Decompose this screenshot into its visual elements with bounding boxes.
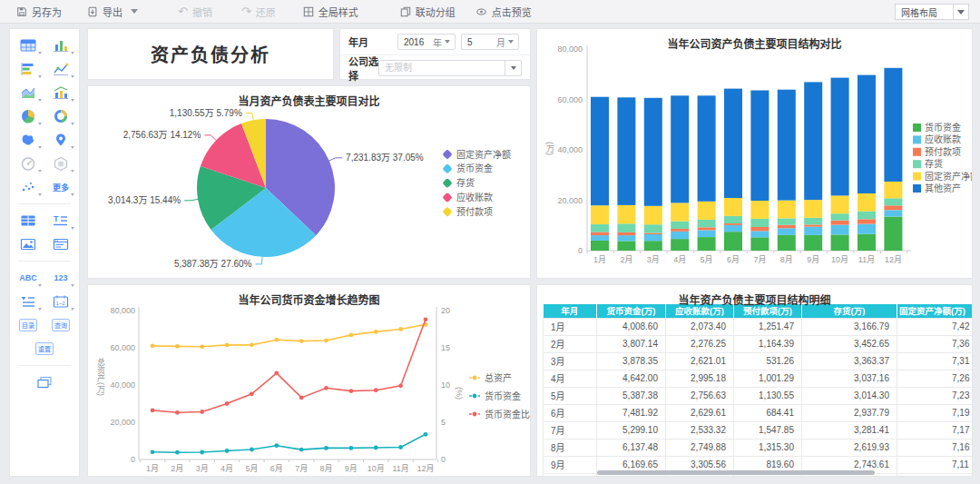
bar-segment-预付款项[interactable] xyxy=(831,221,849,225)
number-filter-widget[interactable]: 123 xyxy=(44,266,77,290)
pie-chart-icon[interactable] xyxy=(12,104,44,128)
bar-segment-固定资产净额[interactable] xyxy=(644,206,662,224)
bar-segment-其他资产[interactable] xyxy=(804,82,822,200)
bar-segment-预付款项[interactable] xyxy=(617,232,635,235)
bar-segment-存货[interactable] xyxy=(724,216,742,223)
bar-segment-存货[interactable] xyxy=(778,218,796,224)
bar-segment-应收账款[interactable] xyxy=(804,227,822,235)
data-point[interactable] xyxy=(274,371,279,376)
text-component-icon[interactable]: T xyxy=(44,209,77,232)
table-row[interactable]: 5月5,387.382,756.631,130.553,014.307,23 xyxy=(544,387,973,404)
bar-segment-其他资产[interactable] xyxy=(750,91,769,202)
line-legend-item-货币资金[interactable]: 货币资金 xyxy=(469,390,521,401)
bar-segment-货币资金[interactable] xyxy=(778,235,796,251)
bar-segment-固定资产净额[interactable] xyxy=(804,200,822,218)
bar-segment-固定资产净额[interactable] xyxy=(778,201,796,219)
data-point[interactable] xyxy=(324,386,328,390)
web-component-icon[interactable] xyxy=(44,232,77,256)
bar-segment-货币资金[interactable] xyxy=(884,217,902,252)
data-point[interactable] xyxy=(151,449,155,454)
bar-segment-货币资金[interactable] xyxy=(804,235,822,251)
bar-segment-货币资金[interactable] xyxy=(671,239,689,251)
bar-segment-货币资金[interactable] xyxy=(724,232,742,251)
data-point[interactable] xyxy=(200,410,204,414)
data-point[interactable] xyxy=(151,344,155,349)
data-point[interactable] xyxy=(398,383,403,388)
save-as-button[interactable]: 另存为 xyxy=(16,5,62,19)
data-point[interactable] xyxy=(225,401,230,406)
data-point[interactable] xyxy=(274,338,279,342)
pie-legend-item-应收账款[interactable]: 应收账款 xyxy=(442,192,493,202)
tab-container-icon[interactable] xyxy=(28,370,61,394)
bar-segment-固定资产净额[interactable] xyxy=(698,202,716,220)
area-chart-icon[interactable] xyxy=(12,81,44,104)
data-point[interactable] xyxy=(250,343,254,348)
bar-segment-其他资产[interactable] xyxy=(671,95,689,202)
column-chart-icon[interactable] xyxy=(44,34,77,57)
line-legend-item-货币资金比[interactable]: 货币资金比 xyxy=(469,409,530,420)
bar-segment-应收账款[interactable] xyxy=(884,210,902,216)
data-point[interactable] xyxy=(250,448,254,452)
radar-icon[interactable] xyxy=(44,152,77,175)
line-legend-item-总资产[interactable]: 总资产 xyxy=(469,372,512,383)
bar-legend-item-固定资产净额[interactable]: 固定资产净额 xyxy=(913,171,972,182)
bar-segment-应收账款[interactable] xyxy=(858,224,876,234)
bar-segment-其他资产[interactable] xyxy=(644,98,662,206)
pie-legend-item-预付款项[interactable]: 预付款项 xyxy=(442,206,493,217)
redo-button[interactable]: ↷ 还原 xyxy=(241,5,276,19)
bar-segment-应收账款[interactable] xyxy=(671,232,689,239)
line-chart-icon[interactable] xyxy=(44,57,77,81)
bar-segment-固定资产净额[interactable] xyxy=(724,198,742,216)
bar-legend-item-预付款项[interactable]: 预付款项 xyxy=(913,146,961,157)
year-select[interactable]: 2016 年 xyxy=(397,34,456,50)
data-point[interactable] xyxy=(398,445,403,449)
table-row[interactable]: 1月4,008.602,073.401,251.473,166.797,42 xyxy=(544,318,973,335)
bar-segment-存货[interactable] xyxy=(804,218,822,225)
line-series-总资产[interactable] xyxy=(152,324,426,346)
bar-segment-固定资产净额[interactable] xyxy=(750,201,769,219)
bar-legend-item-货币资金[interactable]: 货币资金 xyxy=(913,122,961,133)
bar-segment-应收账款[interactable] xyxy=(831,225,849,235)
bar-segment-固定资产净额[interactable] xyxy=(884,182,902,198)
bar-segment-预付款项[interactable] xyxy=(671,229,689,232)
donut-chart-icon[interactable] xyxy=(44,104,77,128)
bar-segment-其他资产[interactable] xyxy=(831,78,849,196)
data-point[interactable] xyxy=(324,339,328,343)
bar-segment-存货[interactable] xyxy=(698,220,716,227)
bar-segment-预付款项[interactable] xyxy=(858,219,876,223)
bar-segment-应收账款[interactable] xyxy=(778,228,796,235)
bar-segment-固定资产净额[interactable] xyxy=(831,195,849,213)
export-button[interactable]: 导出 xyxy=(87,5,138,19)
preview-button[interactable]: 点击预览 xyxy=(475,5,532,19)
data-point[interactable] xyxy=(151,409,155,413)
bar-legend-item-应收账款[interactable]: 应收账款 xyxy=(913,133,961,144)
table-row[interactable]: 7月5,299.102,533.321,547.853,281.417,17 xyxy=(544,421,973,439)
image-component-icon[interactable] xyxy=(12,232,44,256)
table-row[interactable]: 3月3,878.352,621.01531.263,363.377,31 xyxy=(544,352,973,370)
combo-chart-icon[interactable] xyxy=(44,81,77,104)
bar-segment-应收账款[interactable] xyxy=(724,225,742,232)
map-icon[interactable] xyxy=(12,128,44,152)
bar-segment-货币资金[interactable] xyxy=(750,237,769,251)
bar-segment-存货[interactable] xyxy=(858,212,876,220)
pie-legend-item-存货[interactable]: 存货 xyxy=(442,177,475,188)
bar-segment-应收账款[interactable] xyxy=(698,230,716,237)
bar-segment-预付款项[interactable] xyxy=(804,224,822,226)
detail-table-icon[interactable] xyxy=(12,209,44,232)
data-point[interactable] xyxy=(200,450,204,455)
pie-chart-canvas[interactable]: 7,231.83万 37.05%5,387.38万 27.60%3,014.3万… xyxy=(88,86,530,278)
query-button[interactable]: 查询 xyxy=(44,313,77,337)
bar-segment-其他资产[interactable] xyxy=(591,97,609,206)
bar-segment-存货[interactable] xyxy=(644,224,662,232)
month-select[interactable]: 5 月 xyxy=(461,34,519,50)
data-point[interactable] xyxy=(424,432,428,437)
data-point[interactable] xyxy=(175,344,180,349)
point-map-icon[interactable] xyxy=(44,128,77,152)
linkage-button[interactable]: 联动分组 xyxy=(400,5,456,19)
horizontal-bar-chart-icon[interactable] xyxy=(12,57,44,81)
data-point[interactable] xyxy=(225,449,230,453)
bar-legend-item-存货[interactable]: 存货 xyxy=(913,158,943,169)
bar-segment-固定资产净额[interactable] xyxy=(591,205,609,224)
bar-segment-存货[interactable] xyxy=(750,219,769,227)
bar-segment-其他资产[interactable] xyxy=(617,97,635,205)
